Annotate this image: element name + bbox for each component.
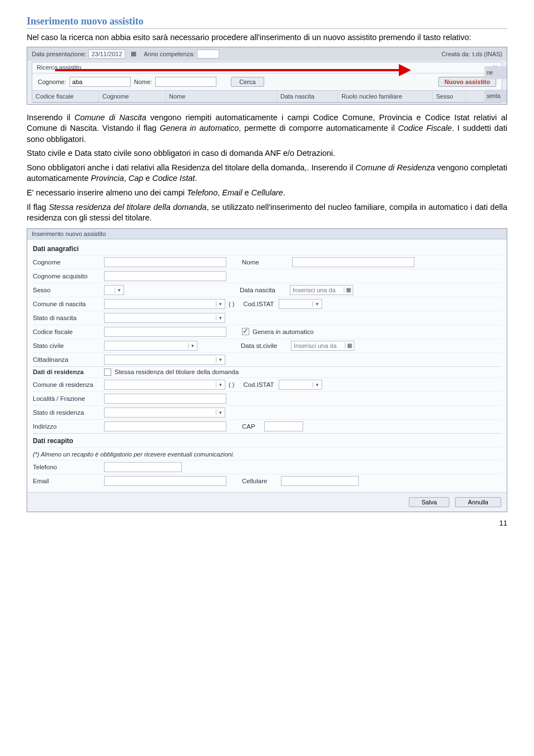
comune-nascita-label: Comune di nascita — [33, 301, 104, 307]
creata-da-value: t.ds (INAS) — [472, 51, 502, 57]
background-toolbar: Data presentazione: 23/11/2012 ▦ Anno co… — [27, 47, 507, 61]
stato-nascita-select[interactable]: ▾ — [104, 313, 225, 323]
nome-input[interactable] — [292, 257, 414, 267]
chevron-down-icon: ▾ — [216, 410, 225, 415]
paragraph-4: Sono obbligatori anche i dati relativi a… — [27, 163, 507, 184]
genera-automatico-label: Genera in automatico — [253, 328, 314, 335]
chevron-down-icon: ▾ — [313, 301, 322, 307]
cognome-label: Cognome: — [38, 78, 66, 85]
group-dati-residenza: Dati di residenza — [33, 369, 104, 375]
provincia-parentheses: ( ) — [229, 301, 234, 307]
paragraph-5: E' necessario inserire almeno uno dei ca… — [27, 188, 507, 199]
provincia-residenza-parentheses: ( ) — [229, 381, 234, 388]
anno-competenza-label: Anno competenza: — [144, 51, 195, 57]
salva-button[interactable]: Salva — [409, 497, 450, 507]
cropped-text-2: senta — [484, 90, 507, 102]
stessa-residenza-checkbox[interactable] — [104, 369, 111, 376]
stessa-residenza-label: Stessa residenza del titolare della doma… — [115, 369, 239, 375]
indirizzo-input[interactable] — [104, 421, 226, 431]
chevron-down-icon: ▾ — [216, 315, 225, 321]
paragraph-1: Nel caso la ricerca non abbia esito sarà… — [27, 32, 507, 43]
window-title: Inserimento nuovo assistito — [27, 229, 507, 239]
cognome-input[interactable] — [104, 257, 226, 267]
data-st-civile-label: Data st.civile — [241, 342, 291, 349]
page-number: 11 — [27, 519, 507, 527]
col-cognome: Cognome — [99, 91, 166, 102]
group-dati-anagrafici: Dati anagrafici — [33, 242, 501, 255]
email-label: Email — [33, 478, 104, 484]
group-dati-recapito: Dati recapito — [33, 433, 501, 447]
dialog-ricerca-assistito: Ricerca assistito ✕ Cognome: Nome: Cerca… — [32, 62, 502, 103]
cellulare-label: Cellulare — [242, 478, 281, 484]
telefono-label: Telefono — [33, 464, 104, 470]
screenshot-inserimento-form: Inserimento nuovo assistito Dati anagraf… — [27, 228, 507, 512]
col-data-nascita: Data nascita — [277, 91, 338, 102]
cod-istat-select[interactable]: ▾ — [279, 299, 322, 309]
cap-label: CAP — [242, 423, 264, 430]
chevron-down-icon: ▾ — [216, 301, 225, 307]
comune-residenza-label: Comune di residenza — [33, 381, 104, 388]
nome-label: Nome: — [134, 78, 152, 85]
codice-fiscale-label: Codice fiscale — [33, 328, 104, 335]
screenshot-ricerca-assistito: Data presentazione: 23/11/2012 ▦ Anno co… — [27, 47, 507, 105]
data-nascita-label: Data nascita — [240, 287, 290, 293]
cap-input[interactable] — [264, 421, 303, 431]
cognome-input[interactable] — [70, 77, 131, 87]
cognome-acquisito-label: Cognome acquisito — [33, 273, 104, 279]
localita-input[interactable] — [104, 394, 226, 404]
cod-istat-res-select[interactable]: ▾ — [279, 380, 322, 390]
indirizzo-label: Indirizzo — [33, 423, 104, 430]
nome-input[interactable] — [155, 77, 216, 87]
stato-civile-select[interactable]: ▾ — [104, 341, 197, 351]
nome-label: Nome — [242, 259, 292, 266]
section-heading: Inserimento nuovo assistito — [27, 16, 507, 29]
cerca-button[interactable]: Cerca — [231, 77, 264, 87]
cognome-acquisito-input[interactable] — [104, 271, 226, 281]
col-nome: Nome — [166, 91, 277, 102]
data-presentazione-label: Data presentazione: — [32, 51, 86, 57]
recapito-note: (*) Almeno un recapito è obbligatorio pe… — [33, 447, 501, 460]
data-nascita-input[interactable]: Inserisci una da▦ — [290, 285, 353, 295]
results-table-header: Codice fiscale Cognome Nome Data nascita… — [32, 90, 502, 102]
paragraph-3: Stato civile e Data stato civile sono ob… — [27, 148, 507, 159]
cellulare-input[interactable] — [281, 476, 359, 486]
paragraph-2: Inserendo il Comune di Nascita vengono r… — [27, 112, 507, 145]
comune-residenza-select[interactable]: ▾ — [104, 380, 225, 390]
calendar-icon: ▦ — [131, 50, 136, 57]
cod-istat-res-label: Cod.ISTAT — [243, 381, 279, 388]
email-input[interactable] — [104, 476, 226, 486]
telefono-input[interactable] — [104, 462, 182, 472]
chevron-down-icon: ▾ — [313, 382, 322, 387]
calendar-icon: ▦ — [344, 287, 353, 293]
sesso-select[interactable]: ▾ — [104, 285, 124, 295]
comune-nascita-select[interactable]: ▾ — [104, 299, 225, 309]
dialog-title: Ricerca assistito — [37, 64, 81, 71]
chevron-down-icon: ▾ — [216, 382, 225, 387]
chevron-down-icon: ▾ — [115, 287, 123, 293]
stato-nascita-label: Stato di nascita — [33, 315, 104, 321]
localita-label: Località / Frazione — [33, 395, 104, 402]
anno-competenza-value — [197, 50, 219, 58]
col-ruolo-nucleo: Ruolo nucleo familiare — [338, 91, 433, 102]
data-st-civile-input[interactable]: Inserisci una da▦ — [291, 341, 354, 351]
cittadinanza-select[interactable]: ▾ — [104, 355, 225, 365]
cropped-text-1: ne — [484, 66, 507, 79]
col-codice-fiscale: Codice fiscale — [32, 91, 99, 102]
cod-istat-label: Cod.ISTAT — [243, 301, 279, 307]
annulla-button[interactable]: Annulla — [455, 497, 501, 507]
cognome-label: Cognome — [33, 259, 104, 266]
data-presentazione-value: 23/11/2012 — [88, 50, 125, 58]
col-sesso: Sesso — [433, 91, 466, 102]
cittadinanza-label: Cittadinanza — [33, 356, 104, 363]
stato-civile-label: Stato civile — [33, 342, 104, 349]
creata-da-label: Creata da: — [442, 51, 470, 57]
codice-fiscale-input[interactable] — [104, 327, 226, 337]
stato-residenza-select[interactable]: ▾ — [104, 408, 225, 418]
chevron-down-icon: ▾ — [216, 357, 225, 362]
stato-residenza-label: Stato di residenza — [33, 409, 104, 416]
sesso-label: Sesso — [33, 287, 104, 293]
calendar-icon: ▦ — [345, 342, 354, 348]
chevron-down-icon: ▾ — [188, 343, 197, 348]
paragraph-6: Il flag Stessa residenza del titolare de… — [27, 202, 507, 224]
genera-automatico-checkbox[interactable] — [242, 328, 249, 335]
